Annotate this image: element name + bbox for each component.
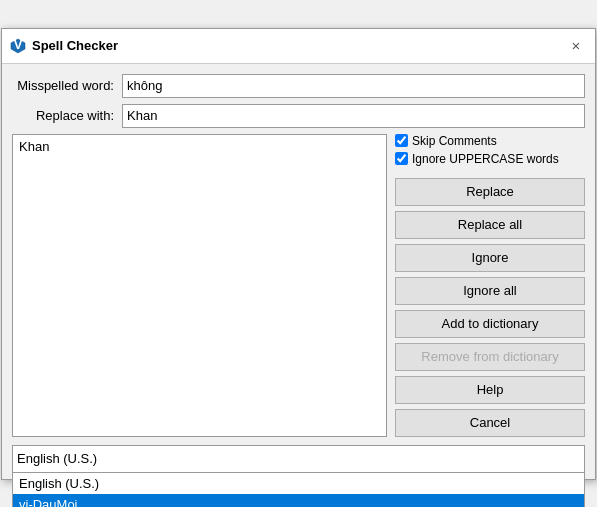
replace-with-input[interactable] (122, 104, 585, 128)
skip-comments-checkbox[interactable] (395, 134, 408, 147)
cancel-button[interactable]: Cancel (395, 409, 585, 437)
ignore-uppercase-label[interactable]: Ignore UPPERCASE words (412, 152, 559, 166)
replace-button[interactable]: Replace (395, 178, 585, 206)
skip-comments-label[interactable]: Skip Comments (412, 134, 497, 148)
replace-with-row: Replace with: (12, 104, 585, 128)
add-to-dictionary-button[interactable]: Add to dictionary (395, 310, 585, 338)
language-dropdown-list: English (U.S.) vi-DauMoi (12, 473, 585, 508)
replace-with-label: Replace with: (12, 108, 122, 123)
title-bar-left: V Spell Checker (10, 38, 118, 54)
remove-from-dictionary-button[interactable]: Remove from dictionary (395, 343, 585, 371)
suggestions-list[interactable]: Khan (12, 134, 387, 437)
right-panel: Skip Comments Ignore UPPERCASE words Rep… (395, 134, 585, 437)
suggestion-item[interactable]: Khan (15, 137, 384, 156)
replace-all-button[interactable]: Replace all (395, 211, 585, 239)
language-select[interactable]: English (U.S.) vi-DauMoi (12, 445, 585, 473)
spell-checker-dialog: V Spell Checker × Misspelled word: Repla… (1, 28, 596, 480)
ignore-uppercase-row: Ignore UPPERCASE words (395, 152, 585, 166)
svg-text:V: V (14, 38, 23, 52)
ignore-all-button[interactable]: Ignore all (395, 277, 585, 305)
dialog-title: Spell Checker (32, 38, 118, 53)
misspelled-row: Misspelled word: (12, 74, 585, 98)
action-buttons: Replace Replace all Ignore Ignore all Ad… (395, 178, 585, 437)
title-bar: V Spell Checker × (2, 29, 595, 64)
checkboxes: Skip Comments Ignore UPPERCASE words (395, 134, 585, 170)
app-icon: V (10, 38, 26, 54)
skip-comments-row: Skip Comments (395, 134, 585, 148)
dialog-body: Misspelled word: Replace with: Khan Skip… (2, 64, 595, 479)
misspelled-label: Misspelled word: (12, 78, 122, 93)
lang-item-english[interactable]: English (U.S.) (13, 473, 584, 494)
language-dropdown-container: English (U.S.) vi-DauMoi English (U.S.) … (12, 445, 585, 473)
help-button[interactable]: Help (395, 376, 585, 404)
main-content: Khan Skip Comments Ignore UPPERCASE word… (12, 134, 585, 437)
close-button[interactable]: × (565, 35, 587, 57)
bottom-section: English (U.S.) vi-DauMoi English (U.S.) … (12, 445, 585, 473)
ignore-uppercase-checkbox[interactable] (395, 152, 408, 165)
misspelled-input[interactable] (122, 74, 585, 98)
ignore-button[interactable]: Ignore (395, 244, 585, 272)
lang-item-vidaumoi[interactable]: vi-DauMoi (13, 494, 584, 508)
